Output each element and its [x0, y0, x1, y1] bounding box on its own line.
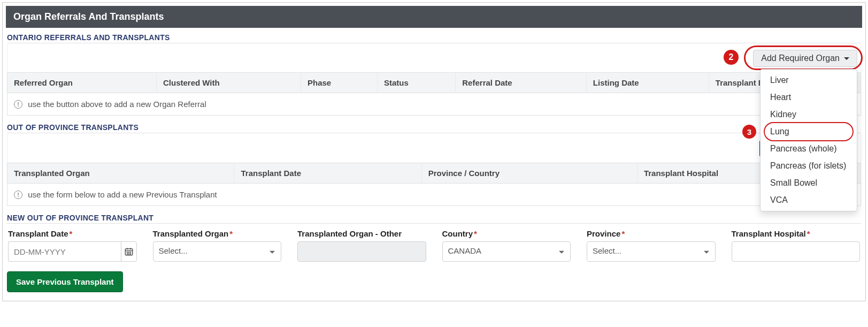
svg-point-5	[128, 252, 129, 253]
organ-option-lung-label: Lung	[770, 127, 789, 136]
organ-option-liver[interactable]: Liver	[761, 72, 857, 89]
oop-table: Transplanted Organ Transplant Date Provi…	[7, 163, 861, 206]
ontario-toolbar: Add Required Organ 2 Liver Heart Kidney …	[7, 44, 861, 72]
input-transplanted-organ-other	[297, 241, 426, 262]
col-referred-organ: Referred Organ	[7, 73, 157, 93]
label-province: Province*	[587, 229, 716, 238]
col-oop-transplant-date: Transplant Date	[234, 163, 421, 184]
svg-point-9	[130, 254, 130, 254]
label-transplant-hospital: Transplant Hospital*	[732, 229, 861, 238]
save-previous-transplant-button[interactable]: Save Previous Transplant	[7, 271, 123, 292]
organ-option-pancreas-whole[interactable]: Pancreas (whole)	[761, 140, 857, 157]
organ-option-heart[interactable]: Heart	[761, 89, 857, 106]
ontario-table: Referred Organ Clustered With Phase Stat…	[7, 72, 861, 116]
oop-empty-message: use the form below to add a new Previous…	[28, 190, 217, 199]
oop-toolbar: Create Out of Province	[7, 134, 861, 163]
label-country: Country*	[442, 229, 571, 238]
organ-option-small-bowel[interactable]: Small Bowel	[761, 174, 857, 192]
calendar-icon	[124, 247, 134, 256]
select-transplanted-organ[interactable]: Select...	[153, 241, 282, 262]
svg-point-8	[128, 254, 129, 254]
field-transplanted-organ: Transplanted Organ* Select...	[153, 229, 282, 262]
info-icon: !	[14, 191, 22, 199]
add-required-organ-label: Add Required Organ	[761, 54, 840, 63]
field-country: Country* CANADA	[442, 229, 571, 262]
input-transplant-hospital[interactable]	[732, 241, 861, 262]
organ-option-kidney[interactable]: Kidney	[761, 106, 857, 123]
ontario-empty-row: ! use the button above to add a new Orga…	[7, 93, 861, 116]
organ-option-pancreas-islets[interactable]: Pancreas (for islets)	[761, 157, 857, 174]
organ-option-vca[interactable]: VCA	[761, 192, 857, 209]
caret-down-icon	[844, 57, 849, 60]
svg-point-4	[127, 252, 127, 253]
label-transplant-date: Transplant Date*	[8, 229, 137, 238]
col-status: Status	[377, 73, 455, 93]
input-transplant-date[interactable]	[8, 241, 121, 262]
add-required-organ-button[interactable]: Add Required Organ	[753, 50, 857, 67]
col-referral-date: Referral Date	[456, 73, 587, 93]
info-icon: !	[14, 100, 22, 109]
panel-title: Organ Referrals And Transplants	[6, 6, 862, 28]
new-oop-title: NEW OUT OF PROVINCE TRANSPLANT	[7, 214, 861, 224]
ontario-section-title: ONTARIO REFERRALS AND TRANSPLANTS	[7, 33, 861, 43]
new-oop-section: NEW OUT OF PROVINCE TRANSPLANT Transplan…	[6, 208, 862, 294]
organ-option-lung[interactable]: Lung 3	[761, 123, 857, 140]
ontario-empty-message: use the button above to add a new Organ …	[28, 100, 206, 109]
field-province: Province* Select...	[587, 229, 716, 262]
col-clustered-with: Clustered With	[156, 73, 301, 93]
col-phase: Phase	[301, 73, 377, 93]
field-transplant-date: Transplant Date*	[8, 229, 137, 262]
field-transplanted-organ-other: Transplanted Organ - Other	[297, 229, 426, 262]
organ-dropdown-menu: Liver Heart Kidney Lung 3 Pancreas (whol…	[760, 69, 857, 211]
label-transplanted-organ: Transplanted Organ*	[153, 229, 282, 238]
oop-section-title: OUT OF PROVINCE TRANSPLANTS	[7, 123, 861, 133]
new-oop-form-row: Transplant Date*	[7, 225, 861, 271]
svg-point-7	[127, 254, 127, 254]
svg-point-6	[130, 252, 130, 253]
oop-empty-row: ! use the form below to add a new Previo…	[7, 184, 861, 206]
select-province[interactable]: Select...	[587, 241, 716, 262]
select-country[interactable]: CANADA	[442, 241, 571, 262]
ontario-section: ONTARIO REFERRALS AND TRANSPLANTS Add Re…	[6, 28, 862, 118]
calendar-button[interactable]	[121, 241, 137, 262]
annotation-badge-2: 2	[724, 50, 739, 65]
panel: Organ Referrals And Transplants ONTARIO …	[2, 2, 866, 301]
oop-section: OUT OF PROVINCE TRANSPLANTS Create Out o…	[6, 118, 862, 208]
col-transplanted-organ: Transplanted Organ	[7, 163, 234, 184]
col-listing-date: Listing Date	[586, 73, 709, 93]
field-transplant-hospital: Transplant Hospital*	[732, 229, 861, 262]
col-province-country: Province / Country	[421, 163, 637, 184]
label-transplanted-organ-other: Transplanted Organ - Other	[297, 229, 426, 238]
